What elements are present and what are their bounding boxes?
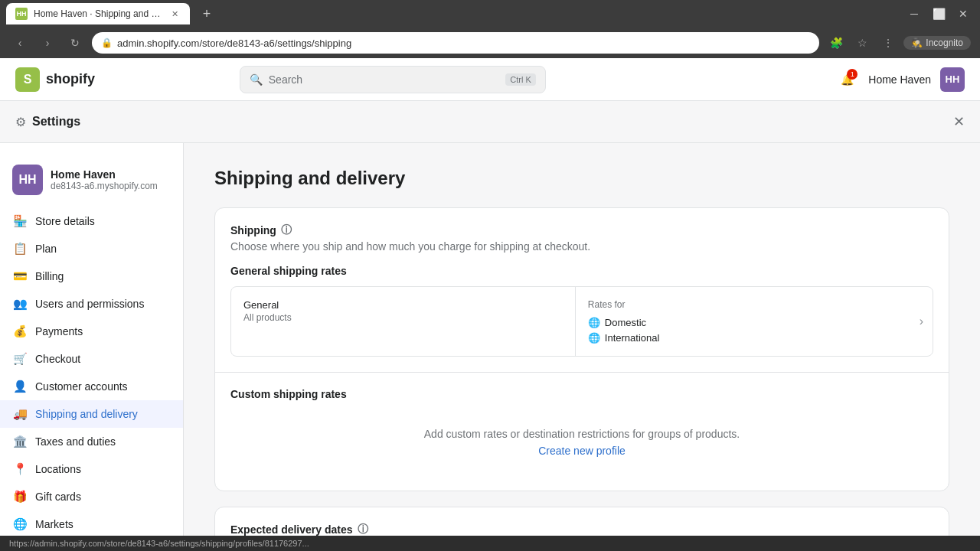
rates-for-items: 🌐 Domestic 🌐 International [588, 316, 907, 344]
custom-shipping-rates-title: Custom shipping rates [230, 388, 933, 400]
domestic-label: Domestic [605, 317, 646, 328]
markets-label: Markets [35, 518, 74, 530]
close-settings-icon[interactable]: ✕ [953, 113, 965, 130]
extensions-icon[interactable]: 🧩 [825, 32, 847, 54]
rates-for-header: Rates for [588, 299, 907, 310]
window-controls: ─ ⬜ ✕ [903, 3, 974, 24]
sidebar-item-markets[interactable]: 🌐 Markets [0, 510, 183, 536]
locations-label: Locations [35, 463, 81, 475]
search-placeholder: Search [269, 73, 302, 86]
page-title: Shipping and delivery [214, 168, 949, 189]
customer-accounts-label: Customer accounts [35, 380, 128, 393]
sidebar-item-store-details[interactable]: 🏪 Store details [0, 207, 183, 235]
store-details-label: Store details [35, 215, 95, 227]
sidebar-item-plan[interactable]: 📋 Plan [0, 235, 183, 262]
rates-row-general[interactable]: General All products Rates for 🌐 [231, 287, 933, 356]
expected-delivery-title: Expected delivery dates ⓘ [230, 523, 933, 536]
minimize-button[interactable]: ─ [903, 3, 925, 24]
sidebar-item-gift-cards[interactable]: 🎁 Gift cards [0, 483, 183, 510]
incognito-badge: 🕵 Incognito [903, 36, 971, 50]
domestic-item: 🌐 Domestic [588, 316, 907, 328]
checkout-label: Checkout [35, 353, 80, 365]
international-item: 🌐 International [588, 331, 907, 344]
tab-favicon: HH [15, 8, 28, 20]
header-right: 🔔 1 Home Haven HH [835, 67, 965, 92]
maximize-button[interactable]: ⬜ [928, 3, 949, 24]
rates-arrow-icon[interactable]: › [920, 287, 933, 356]
settings-body: HH Home Haven de8143-a6.myshopify.com 🏪 … [0, 143, 980, 536]
shipping-delivery-icon: 🚚 [12, 406, 28, 422]
shopify-logo-mark: S [15, 67, 40, 92]
taxes-duties-label: Taxes and duties [35, 435, 116, 448]
store-details-sidebar: Home Haven de8143-a6.myshopify.com [51, 168, 158, 191]
gift-cards-label: Gift cards [35, 491, 81, 503]
shopify-header: S shopify 🔍 Search Ctrl K 🔔 1 Home Haven… [0, 58, 980, 101]
gift-cards-icon: 🎁 [12, 489, 28, 504]
reload-button[interactable]: ↻ [64, 32, 86, 54]
sidebar-item-taxes-duties[interactable]: 🏛️ Taxes and duties [0, 428, 183, 455]
browser-titlebar: HH Home Haven · Shipping and de... ✕ + ─… [0, 0, 980, 28]
markets-icon: 🌐 [12, 517, 28, 532]
sidebar-item-locations[interactable]: 📍 Locations [0, 455, 183, 483]
checkout-icon: 🛒 [12, 351, 28, 367]
sidebar-item-checkout[interactable]: 🛒 Checkout [0, 345, 183, 373]
shopify-logo: S shopify [15, 67, 95, 92]
settings-container: S shopify 🔍 Search Ctrl K 🔔 1 Home Haven… [0, 58, 980, 536]
general-shipping-rates-title: General shipping rates [230, 265, 933, 277]
shipping-section: Shipping ⓘ Choose where you ship and how… [215, 208, 949, 372]
status-url: https://admin.shopify.com/store/de8143-a… [9, 539, 309, 548]
sidebar-item-payments[interactable]: 💰 Payments [0, 318, 183, 345]
browser-toolbar: ‹ › ↻ 🔒 admin.shopify.com/store/de8143-a… [0, 28, 980, 58]
create-new-profile-link[interactable]: Create new profile [538, 445, 626, 457]
new-tab-button[interactable]: + [196, 3, 217, 24]
search-bar[interactable]: 🔍 Search Ctrl K [240, 66, 546, 93]
sidebar-item-billing[interactable]: 💳 Billing [0, 262, 183, 290]
notification-button[interactable]: 🔔 1 [835, 67, 859, 92]
users-permissions-icon: 👥 [12, 296, 28, 311]
address-bar[interactable]: 🔒 admin.shopify.com/store/de8143-a6/sett… [92, 32, 819, 54]
browser-tab[interactable]: HH Home Haven · Shipping and de... ✕ [6, 3, 190, 24]
close-button[interactable]: ✕ [952, 3, 974, 24]
sidebar-item-users-permissions[interactable]: 👥 Users and permissions [0, 290, 183, 318]
expected-delivery-card: Expected delivery dates ⓘ shop Promise S… [214, 507, 949, 536]
browser-window: HH Home Haven · Shipping and de... ✕ + ─… [0, 0, 980, 551]
status-bar: https://admin.shopify.com/store/de8143-a… [0, 536, 980, 551]
plan-icon: 📋 [12, 241, 28, 256]
search-shortcut: Ctrl K [505, 73, 536, 86]
sidebar-item-shipping-delivery[interactable]: 🚚 Shipping and delivery [0, 400, 183, 428]
close-tab-icon[interactable]: ✕ [168, 8, 181, 20]
general-label: General [243, 299, 563, 311]
bookmark-icon[interactable]: ☆ [851, 32, 873, 54]
store-avatar-header[interactable]: HH [940, 67, 965, 92]
sidebar-item-customer-accounts[interactable]: 👤 Customer accounts [0, 373, 183, 400]
international-globe-icon: 🌐 [588, 331, 600, 344]
expected-delivery-info-icon[interactable]: ⓘ [358, 523, 368, 536]
back-button[interactable]: ‹ [9, 32, 31, 54]
shipping-description: Choose where you ship and how much you c… [230, 240, 933, 253]
store-name-header: Home Haven [868, 73, 931, 86]
store-avatar-large: HH [12, 165, 43, 195]
settings-gear-icon: ⚙ [15, 115, 26, 129]
billing-label: Billing [35, 270, 64, 282]
domestic-globe-icon: 🌐 [588, 316, 600, 328]
browser-menu-icon[interactable]: ⋮ [877, 32, 899, 54]
settings-main: Shipping and delivery Shipping ⓘ Choose … [184, 143, 980, 536]
rates-table: General All products Rates for 🌐 [230, 286, 933, 357]
shipping-delivery-label: Shipping and delivery [35, 408, 138, 420]
shipping-card: Shipping ⓘ Choose where you ship and how… [214, 207, 949, 491]
store-domain-sidebar: de8143-a6.myshopify.com [51, 181, 158, 191]
forward-button[interactable]: › [37, 32, 58, 54]
users-permissions-label: Users and permissions [35, 298, 144, 310]
taxes-duties-icon: 🏛️ [12, 434, 28, 449]
store-details-icon: 🏪 [12, 214, 28, 229]
custom-rates-text: Add custom rates or destination restrict… [249, 428, 915, 440]
store-name-sidebar: Home Haven [51, 168, 158, 181]
settings-title-text: Settings [32, 115, 80, 129]
billing-icon: 💳 [12, 269, 28, 284]
payments-icon: 💰 [12, 324, 28, 339]
all-products-label: All products [243, 312, 563, 323]
store-info: HH Home Haven de8143-a6.myshopify.com [0, 155, 183, 207]
shipping-title: Shipping ⓘ [230, 223, 933, 237]
plan-label: Plan [35, 243, 57, 255]
shipping-info-icon[interactable]: ⓘ [281, 223, 292, 237]
